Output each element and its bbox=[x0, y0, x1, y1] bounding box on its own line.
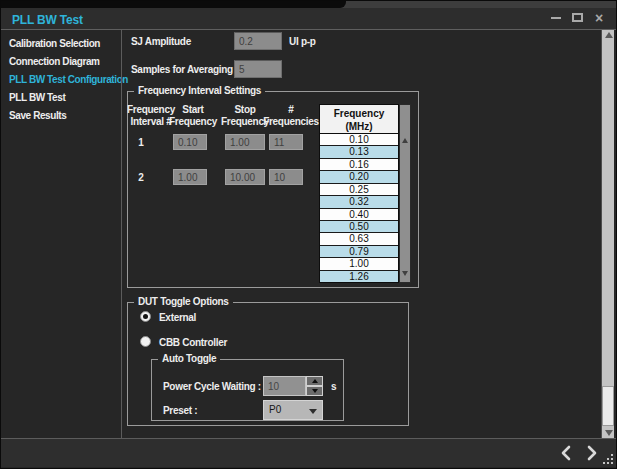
app-window: PLL BW Test × Calibration Selection Conn… bbox=[0, 0, 617, 469]
freq-table-row[interactable]: 0.25 bbox=[320, 184, 398, 196]
external-radio[interactable] bbox=[140, 311, 151, 322]
sidebar-item-calibration-selection[interactable]: Calibration Selection bbox=[9, 38, 100, 50]
freq-table-scrollbar[interactable] bbox=[399, 104, 411, 283]
freq-table-row[interactable]: 0.13 bbox=[320, 146, 398, 158]
radio-dot-icon bbox=[143, 314, 148, 319]
footer-bar bbox=[1, 439, 616, 467]
previous-page-button[interactable] bbox=[558, 444, 576, 462]
preset-dropdown[interactable]: P0 bbox=[263, 400, 323, 420]
minimize-icon bbox=[551, 17, 561, 19]
samples-for-averaging-input[interactable] bbox=[234, 60, 282, 78]
freq-table-row[interactable]: 0.63 bbox=[320, 233, 398, 245]
freq-table-header: Frequency (MHz) bbox=[319, 104, 399, 134]
samples-for-averaging-label: Samples for Averaging bbox=[131, 64, 233, 75]
scroll-down-icon[interactable] bbox=[605, 430, 613, 436]
interval-2-count-input[interactable] bbox=[269, 169, 303, 185]
interval-2-stop-input[interactable] bbox=[225, 169, 265, 185]
col-header-num-frequencies: # Frequencies bbox=[263, 104, 319, 128]
sidebar-item-pll-bw-test-configuration[interactable]: PLL BW Test Configuration bbox=[9, 74, 128, 86]
close-icon: × bbox=[595, 11, 603, 25]
chevron-right-icon bbox=[582, 444, 600, 462]
freq-table-row[interactable]: 0.79 bbox=[320, 246, 398, 258]
maximize-icon bbox=[572, 13, 583, 22]
titlebar-black-tab bbox=[1, 1, 346, 8]
interval-1-count-input[interactable] bbox=[269, 134, 303, 150]
preset-dropdown-value: P0 bbox=[269, 404, 281, 415]
titlebar bbox=[1, 8, 616, 29]
chevron-left-icon bbox=[558, 444, 576, 462]
sj-amplitude-label: SJ Amplitude bbox=[131, 36, 191, 47]
power-cycle-waiting-input[interactable] bbox=[263, 376, 306, 396]
next-page-button[interactable] bbox=[582, 444, 600, 462]
minimize-button[interactable] bbox=[547, 10, 565, 25]
sidebar-item-save-results[interactable]: Save Results bbox=[9, 110, 66, 122]
col-header-start-frequency: Start Frequency bbox=[167, 104, 219, 128]
sj-amplitude-input[interactable] bbox=[234, 32, 282, 50]
freq-table-row[interactable]: 0.40 bbox=[320, 209, 398, 221]
close-button[interactable]: × bbox=[590, 10, 608, 25]
frequency-interval-settings-title: Frequency Interval Settings bbox=[134, 85, 265, 96]
freq-table-row[interactable]: 1.26 bbox=[320, 271, 398, 282]
main-scrollbar[interactable] bbox=[601, 30, 614, 438]
auto-toggle-title: Auto Toggle bbox=[158, 353, 220, 364]
interval-1-stop-input[interactable] bbox=[225, 134, 265, 150]
window-title: PLL BW Test bbox=[12, 13, 83, 27]
spinner-up-icon bbox=[312, 379, 318, 383]
power-cycle-waiting-label: Power Cycle Waiting : bbox=[163, 381, 261, 392]
freq-table: 0.10 0.13 0.16 0.20 0.25 0.32 0.40 0.50 … bbox=[319, 134, 399, 283]
maximize-button[interactable] bbox=[568, 10, 586, 25]
interval-1-start-input[interactable] bbox=[173, 134, 207, 150]
freq-table-row[interactable]: 0.10 bbox=[320, 134, 398, 146]
sidebar-divider bbox=[121, 30, 122, 438]
sj-amplitude-unit: UI p-p bbox=[289, 36, 316, 47]
spinner-down-button[interactable] bbox=[306, 386, 323, 396]
chevron-down-icon bbox=[309, 409, 317, 414]
freq-table-row[interactable]: 0.16 bbox=[320, 159, 398, 171]
power-cycle-waiting-unit: s bbox=[331, 381, 336, 392]
preset-label: Preset : bbox=[163, 405, 197, 416]
freq-table-row[interactable]: 0.32 bbox=[320, 196, 398, 208]
freq-table-row[interactable]: 0.50 bbox=[320, 221, 398, 233]
spinner-up-button[interactable] bbox=[306, 376, 323, 386]
spinner-down-icon bbox=[312, 389, 318, 393]
scrollbar-thumb[interactable] bbox=[602, 386, 614, 426]
interval-2-start-input[interactable] bbox=[173, 169, 207, 185]
freq-table-scroll-down-icon[interactable] bbox=[402, 271, 408, 276]
interval-2-number: 2 bbox=[133, 172, 149, 183]
interval-1-number: 1 bbox=[133, 137, 149, 148]
dut-toggle-options-title: DUT Toggle Options bbox=[134, 296, 233, 307]
power-cycle-waiting-spinner bbox=[306, 376, 323, 396]
freq-table-row[interactable]: 0.20 bbox=[320, 171, 398, 183]
titlebar-separator bbox=[1, 29, 616, 30]
sidebar-item-connection-diagram[interactable]: Connection Diagram bbox=[9, 56, 100, 68]
freq-table-scroll-up-icon[interactable] bbox=[402, 138, 408, 143]
freq-table-row[interactable]: 1.00 bbox=[320, 258, 398, 270]
scroll-up-icon[interactable] bbox=[605, 32, 613, 38]
cbb-controller-radio-label[interactable]: CBB Controller bbox=[159, 337, 227, 348]
cbb-controller-radio[interactable] bbox=[140, 336, 151, 347]
sidebar-item-pll-bw-test[interactable]: PLL BW Test bbox=[9, 92, 65, 104]
external-radio-label[interactable]: External bbox=[159, 312, 196, 323]
